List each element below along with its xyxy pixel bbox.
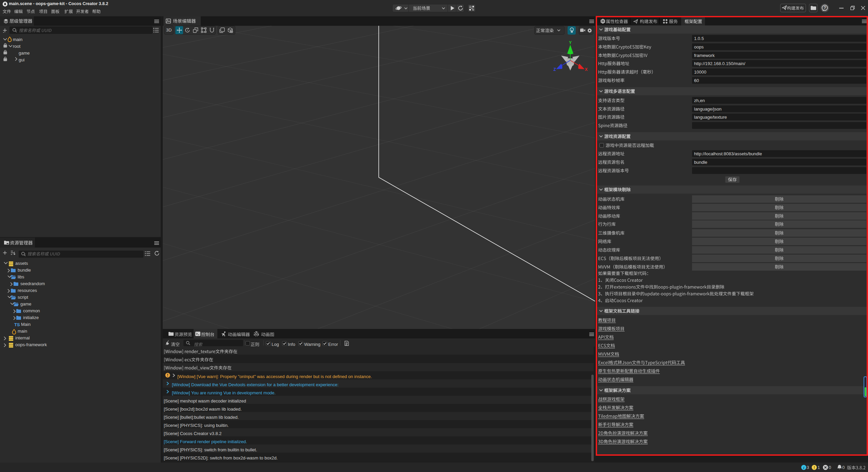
svg-text:TS: TS xyxy=(14,322,20,327)
svg-text:X: X xyxy=(585,67,588,72)
svg-text:?: ? xyxy=(824,5,826,10)
svg-text:!: ! xyxy=(814,466,815,470)
svg-text:Z: Z xyxy=(553,67,556,72)
svg-text:Y: Y xyxy=(569,40,572,45)
